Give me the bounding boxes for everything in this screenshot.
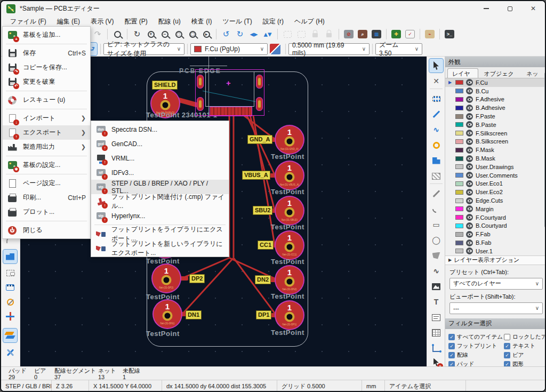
mirror-vertical-icon[interactable]: ▴▾ bbox=[261, 28, 274, 41]
properties-tools-icon[interactable] bbox=[3, 346, 17, 359]
router-settings-icon[interactable]: ⌁ bbox=[423, 28, 436, 41]
minimize-button[interactable] bbox=[475, 1, 498, 16]
high-contrast-layers-mode-icon[interactable] bbox=[3, 329, 17, 342]
layer-color-swatch[interactable] bbox=[455, 131, 463, 135]
layer-color-swatch[interactable] bbox=[455, 190, 463, 195]
visibility-eye-icon[interactable] bbox=[466, 121, 473, 128]
visibility-eye-icon[interactable] bbox=[466, 247, 473, 254]
layer-row-F.Courtyard[interactable]: F.Courtyard bbox=[445, 213, 546, 222]
file-menu-item-9[interactable]: ↑エクスポート❯ bbox=[3, 125, 90, 140]
via-outline-mode-icon[interactable] bbox=[3, 295, 17, 309]
flip-horizontal-icon[interactable]: ◂▸ bbox=[247, 28, 260, 41]
export-submenu-item-1[interactable]: gcd↑GenCAD... bbox=[91, 137, 229, 151]
preset-dropdown[interactable]: すべてのレイヤー ∨ bbox=[449, 278, 543, 290]
layer-row-B.Cu[interactable]: B.Cu bbox=[445, 87, 546, 95]
outline-display-mode-icon[interactable] bbox=[3, 250, 17, 263]
layer-row-Edge.Cuts[interactable]: Edge.Cuts bbox=[445, 196, 546, 205]
layer-color-swatch[interactable] bbox=[455, 97, 463, 102]
group-icon[interactable] bbox=[281, 28, 294, 41]
layer-row-User.Comments[interactable]: User.Comments bbox=[445, 171, 546, 180]
sketch-pads-mode-icon[interactable] bbox=[3, 266, 17, 280]
filter-配線[interactable]: ✓配線 bbox=[448, 351, 503, 359]
layer-color-swatch[interactable] bbox=[455, 122, 463, 127]
export-submenu-item-3[interactable]: idf↑IDFv3... bbox=[91, 165, 229, 180]
visibility-eye-icon[interactable] bbox=[466, 189, 473, 196]
visibility-eye-icon[interactable] bbox=[466, 214, 473, 221]
file-menu-item-4[interactable]: ↶変更を破棄 bbox=[3, 75, 90, 89]
export-submenu-item-9[interactable]: フットプリントを新しいライブラリにエクスポート... bbox=[91, 241, 229, 255]
menu-2[interactable]: 表示 (V) bbox=[86, 17, 118, 27]
maximize-button[interactable] bbox=[498, 1, 521, 16]
filter-すべてのアイテム[interactable]: ✓すべてのアイテム bbox=[448, 333, 503, 341]
zoom-fit-page-icon[interactable]: □ bbox=[172, 28, 185, 41]
tab-ネット[interactable]: ネット bbox=[521, 68, 546, 78]
menu-3[interactable]: 配置 (P) bbox=[119, 17, 152, 27]
filter-ロックしたアイテム[interactable]: ✓ロックしたアイテム bbox=[504, 333, 546, 341]
active-layer-dropdown[interactable]: F.Cu (PgUp) ∨ bbox=[190, 43, 268, 55]
export-submenu-item-5[interactable]: ↑フットプリント関連付け (.cmp) ファイル... bbox=[91, 194, 229, 209]
add-image-tool-icon[interactable] bbox=[429, 279, 443, 293]
draw-bezier-tool-icon[interactable]: ∿ bbox=[429, 264, 443, 278]
tab-レイヤー[interactable]: レイヤー bbox=[447, 68, 478, 78]
draw-arc-tool-icon[interactable] bbox=[429, 202, 443, 216]
add-via-tool-icon[interactable] bbox=[429, 138, 443, 152]
layer-row-User.Drawings[interactable]: User.Drawings bbox=[445, 163, 546, 171]
viewport-dropdown[interactable]: --- ∨ bbox=[449, 302, 543, 314]
layer-row-B.Fab[interactable]: B.Fab bbox=[445, 238, 546, 247]
layer-row-User.1[interactable]: User.1 bbox=[445, 247, 546, 255]
tab-オブジェクト[interactable]: オブジェクト bbox=[479, 68, 521, 78]
layer-color-swatch[interactable] bbox=[455, 164, 463, 169]
visibility-eye-icon[interactable] bbox=[466, 87, 473, 94]
add-footprint-tool-icon[interactable] bbox=[429, 92, 443, 106]
file-menu-item-15[interactable]: 印刷...Ctrl+P bbox=[3, 190, 90, 205]
filter-フットプリント[interactable]: ✓フットプリント bbox=[448, 342, 503, 350]
rotate-cw-icon[interactable]: ↻ bbox=[234, 28, 246, 41]
file-menu-item-2[interactable]: 保存Ctrl+S bbox=[3, 46, 90, 60]
layer-row-F.Silkscreen[interactable]: F.Silkscreen bbox=[445, 129, 546, 138]
layer-color-swatch[interactable] bbox=[455, 215, 463, 220]
menu-8[interactable]: ヘルプ (H) bbox=[290, 17, 330, 27]
menu-5[interactable]: 検査 (I) bbox=[187, 17, 217, 27]
visibility-eye-icon[interactable] bbox=[466, 113, 473, 120]
layer-color-swatch[interactable] bbox=[455, 89, 463, 93]
file-menu-item-10[interactable]: 製造用出力❯ bbox=[3, 140, 90, 154]
library-browser-icon[interactable]: ⌕ bbox=[356, 28, 369, 41]
visibility-eye-icon[interactable] bbox=[466, 105, 473, 111]
track-width-dropdown[interactable]: 0.5000 mm (19.69 mils) ∨ bbox=[288, 43, 370, 55]
visibility-eye-icon[interactable] bbox=[466, 205, 473, 212]
add-dimension-tool-icon[interactable] bbox=[429, 341, 443, 355]
layer-color-swatch[interactable] bbox=[455, 249, 463, 253]
file-menu-item-14[interactable]: ページ設定... bbox=[3, 176, 90, 190]
menu-6[interactable]: ツール (T) bbox=[218, 17, 256, 27]
layer-color-swatch[interactable] bbox=[455, 206, 463, 211]
layer-color-swatch[interactable] bbox=[455, 156, 463, 161]
add-zone-tool-icon[interactable] bbox=[429, 154, 443, 167]
visibility-eye-icon[interactable] bbox=[466, 239, 473, 246]
file-menu-item-0[interactable]: +基板を追加... bbox=[3, 28, 90, 42]
visibility-eye-icon[interactable] bbox=[466, 222, 473, 229]
layer-display-options[interactable]: ▶ レイヤー表示オプション bbox=[445, 255, 546, 265]
visibility-eye-icon[interactable] bbox=[466, 130, 473, 137]
swap-footprints-icon[interactable]: ⊘ bbox=[342, 28, 355, 41]
visibility-eye-icon[interactable] bbox=[466, 231, 473, 238]
layer-color-swatch[interactable] bbox=[455, 173, 463, 178]
ungroup-icon[interactable] bbox=[295, 28, 308, 41]
layer-row-B.Silkscreen[interactable]: B.Silkscreen bbox=[445, 138, 546, 146]
find-icon[interactable] bbox=[111, 28, 124, 41]
add-textbox-tool-icon[interactable] bbox=[429, 310, 443, 324]
visibility-eye-icon[interactable] bbox=[466, 96, 473, 103]
layer-row-F.Paste[interactable]: F.Paste bbox=[445, 112, 546, 121]
export-submenu-item-2[interactable]: ↑VRML... bbox=[91, 151, 229, 165]
add-table-tool-icon[interactable] bbox=[429, 326, 443, 340]
layer-row-F.Mask[interactable]: F.Mask bbox=[445, 146, 546, 154]
file-menu-item-16[interactable]: プロット... bbox=[3, 205, 90, 219]
3d-viewer-icon[interactable]: ▦ bbox=[370, 28, 383, 41]
zoom-fit-objects-icon[interactable]: ▢ bbox=[186, 28, 199, 41]
layer-row-B.Adhesive[interactable]: B.Adhesive bbox=[445, 103, 546, 112]
file-menu-item-18[interactable]: 閉じる bbox=[3, 223, 90, 237]
layer-color-swatch[interactable] bbox=[455, 80, 463, 85]
route-tracks-tool-icon[interactable] bbox=[429, 107, 443, 121]
layer-row-User.Eco1[interactable]: User.Eco1 bbox=[445, 180, 546, 188]
draw-circle-tool-icon[interactable]: ◯ bbox=[429, 233, 443, 247]
filter-ビア[interactable]: ✓ビア bbox=[504, 351, 546, 359]
